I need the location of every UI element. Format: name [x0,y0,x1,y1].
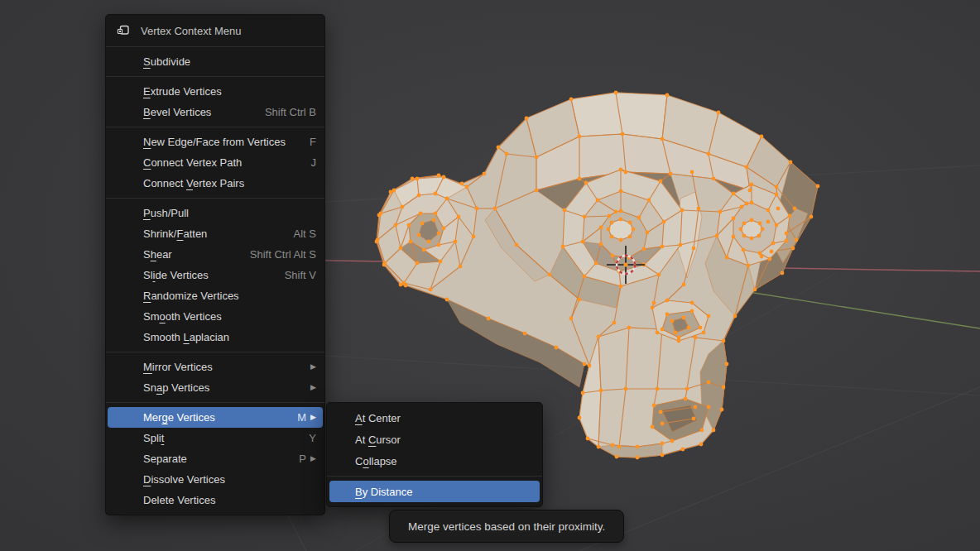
menu-body: SubdivideExtrude VerticesBevel VerticesS… [106,47,324,515]
menu-item-label: Mirror Vertices [143,361,213,373]
menu-item-shortcut: Shift Ctrl Alt S [238,248,316,261]
menu-item-mirror-vertices[interactable]: Mirror Vertices▶ [106,357,324,377]
vertex-icon [117,24,130,37]
menu-item-label: Shrink/Fatten [143,228,207,240]
menu-item-label: Extrude Vertices [143,85,222,98]
menu-item-label: Randomize Vertices [143,290,239,302]
menu-item-label: At Cursor [355,434,401,446]
menu-header: Vertex Context Menu [106,15,324,47]
menu-item-label: Smooth Vertices [143,310,222,323]
menu-item-label: Connect Vertex Pairs [143,177,244,189]
menu-item-label: Collapse [355,455,397,467]
menu-item-label: Slide Vertices [143,269,209,281]
menu-item-label: Dissolve Vertices [143,473,225,486]
menu-item-shrink-fatten[interactable]: Shrink/FattenAlt S [106,223,324,244]
menu-item-smooth-laplacian[interactable]: Smooth Laplacian [106,327,324,347]
menu-group: Subdivide [106,47,324,76]
submenu-arrow-icon: ▶ [306,377,316,398]
menu-item-label: New Edge/Face from Vertices [143,136,286,148]
menu-item-label: Shear [143,248,172,261]
menu-item-label: Push/Pull [143,207,189,219]
menu-title: Vertex Context Menu [141,25,241,37]
menu-item-shortcut: Alt S [282,228,316,240]
menu-item-subdivide[interactable]: Subdivide [106,51,324,72]
menu-item-shortcut: F [298,136,316,148]
merge-vertices-submenu: At CenterAt CursorCollapseBy Distance [326,402,543,507]
menu-item-smooth-vertices[interactable]: Smooth Vertices [106,306,324,327]
menu-item-split[interactable]: SplitY [106,428,324,448]
menu-item-push-pull[interactable]: Push/Pull [106,203,324,223]
menu-group: New Edge/Face from VerticesFConnect Vert… [106,127,324,198]
menu-group: Mirror Vertices▶Snap Vertices▶ [106,352,324,402]
menu-item-shortcut: J [300,156,317,169]
menu-item-label: Connect Vertex Path [143,156,242,169]
menu-item-at-cursor[interactable]: At Cursor [327,429,542,450]
menu-item-bevel-vertices[interactable]: Bevel VerticesShift Ctrl B [106,102,324,122]
submenu-arrow-icon: ▶ [306,448,316,469]
vertex-context-menu: Vertex Context Menu SubdivideExtrude Ver… [105,14,325,515]
menu-item-shortcut: Shift Ctrl B [253,106,316,118]
menu-item-shortcut: Shift V [273,269,316,281]
menu-item-label: Bevel Vertices [143,106,211,118]
menu-item-label: Snap Vertices [143,381,209,394]
tooltip: Merge vertices based on their proximity. [389,510,624,543]
tooltip-text: Merge vertices based on their proximity. [408,520,605,533]
menu-item-label: Delete Vertices [143,494,215,506]
menu-item-by-distance[interactable]: By Distance [329,481,540,502]
submenu-arrow-icon: ▶ [306,357,316,377]
menu-item-label: At Center [355,412,401,424]
menu-item-at-center[interactable]: At Center [327,407,542,429]
menu-item-randomize-vertices[interactable]: Randomize Vertices [106,285,324,306]
menu-group: Extrude VerticesBevel VerticesShift Ctrl… [106,76,324,127]
menu-item-label: Subdivide [143,55,190,68]
menu-group: By Distance [327,476,542,506]
menu-item-label: Merge Vertices [143,411,215,424]
menu-item-label: By Distance [355,486,412,498]
menu-group: Merge VerticesM▶SplitYSeparateP▶Dissolve… [106,402,324,515]
menu-item-snap-vertices[interactable]: Snap Vertices▶ [106,377,324,398]
menu-item-label: Split [143,432,164,444]
menu-item-connect-vertex-pairs[interactable]: Connect Vertex Pairs [106,173,324,194]
menu-item-slide-vertices[interactable]: Slide VerticesShift V [106,265,324,285]
submenu-body: At CenterAt CursorCollapseBy Distance [327,403,542,506]
menu-item-label: Smooth Laplacian [143,331,229,343]
menu-item-delete-vertices[interactable]: Delete Vertices [106,490,324,510]
menu-item-label: Separate [143,453,187,465]
menu-group: Push/PullShrink/FattenAlt SShearShift Ct… [106,198,324,352]
menu-item-separate[interactable]: SeparateP▶ [106,448,324,469]
menu-item-shortcut: Y [297,432,316,444]
menu-item-merge-vertices[interactable]: Merge VerticesM▶ [108,407,323,428]
menu-item-shear[interactable]: ShearShift Ctrl Alt S [106,244,324,265]
menu-item-shortcut: P [287,453,306,465]
blender-window: { "context_menu": { "title": "Vertex Con… [0,0,980,551]
menu-item-dissolve-vertices[interactable]: Dissolve Vertices [106,469,324,490]
menu-item-shortcut: M [286,411,306,424]
menu-item-collapse[interactable]: Collapse [327,450,542,472]
menu-group: At CenterAt CursorCollapse [327,403,542,476]
menu-item-connect-vertex-path[interactable]: Connect Vertex PathJ [106,152,324,173]
menu-item-new-edge-face-from-vertices[interactable]: New Edge/Face from VerticesF [106,132,324,152]
submenu-arrow-icon: ▶ [306,407,316,428]
menu-item-extrude-vertices[interactable]: Extrude Vertices [106,81,324,102]
